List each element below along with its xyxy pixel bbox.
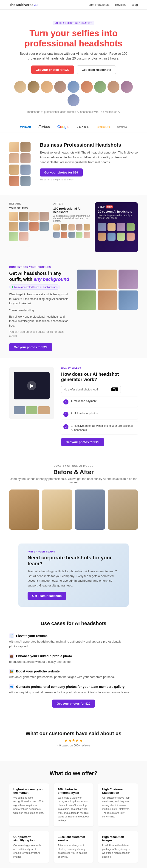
how-row: ▶ HOW IT WORKS How does our AI headshot … [9,367,138,446]
offer-card-6: High resolution images In addition to th… [98,831,138,863]
how-pill-text: No professional photoshoot! [64,388,98,391]
video-placeholder: ▶ [14,372,50,399]
thumb-2 [26,406,37,414]
offer-card-6-title: High resolution images [102,835,134,842]
custom-img-4 [126,223,135,231]
example-face-4 [54,81,66,93]
before-f10 [19,232,28,241]
custom-img-6 [108,232,116,241]
customize-inner: CONTENT FOR YOUR PROFILES Get AI headsho… [9,266,138,351]
use-case-2-desc: to ensure expertise without a costly pho… [9,659,138,664]
example-face-1 [14,81,26,93]
after-photo-3 [108,490,138,530]
hero-badge: AI HEADSHOT GENERATOR [53,21,95,25]
example-face-2 [28,81,39,93]
biz-face-1 [9,142,19,152]
biz-face-6 [21,164,31,175]
how-title: How does our AI headshot generator work? [61,372,138,382]
offer-section: What do we offer? Highest accuracy on th… [0,761,147,868]
ba-before-col: BEFORE YOUR SELFIES → [9,202,49,252]
quality-title: Before & After [9,469,138,476]
after-img-5 [84,224,90,230]
step-text-1: 1. Make the payment [71,399,96,403]
your-selfies-label: YOUR SELFIES [9,207,49,210]
use-case-1: 📄 Elevate your resume with an AI generat… [9,633,138,649]
how-cta-btn[interactable]: Get your photos for $29 [61,438,104,446]
customize-badge: CONTENT FOR YOUR PROFILES [9,266,70,269]
offer-card-3-desc: Our customers love their new looks, and … [102,796,134,818]
example-face-8 [108,81,119,93]
hero-buttons: Get your photos for $29 Get Team Headsho… [9,65,138,74]
offer-card-3-title: High Customer Satisfaction [102,787,134,795]
custom-img-3 [117,223,125,231]
logos-row: Walmart Forbes Google LEXUS amazon Stati… [0,121,147,133]
custom-img-2 [108,223,116,231]
video-thumbnails [14,406,50,414]
customize-desc4: You can also purchase outfits for $5 for… [9,330,70,339]
how-section: ▶ HOW IT WORKS How does our AI headshot … [0,358,147,455]
example-face-3 [41,81,53,93]
outfit-img-5 [98,290,117,310]
headshot-examples [9,79,138,108]
nav-blog[interactable]: Blog [132,3,138,6]
thumb-3 [38,406,50,414]
biz-face-7 [9,176,19,186]
logo-forbes: Forbes [38,125,50,129]
new-badge: NEW [106,206,113,209]
offer-card-5: Excellent customer service After you rec… [54,831,93,863]
after-col1-grid [53,224,90,238]
before-f4 [39,212,49,221]
after-img-7 [61,231,67,238]
offer-title: What do we offer? [9,770,138,777]
customize-cta-btn[interactable]: Get your photos for $29 [9,343,52,351]
biz-face-5 [9,164,19,175]
play-button[interactable]: ▶ [27,381,36,390]
use-case-4-head: 👥 Generate professional company photos f… [9,684,138,689]
star-rating: ★★★★★ [9,738,138,743]
nav-team-headshots[interactable]: Team Headshots [87,3,110,6]
offer-card-6-desc: In addition to the default package of bo… [102,843,134,859]
offer-grid: Highest accuracy on the market We combin… [9,783,138,863]
before-after-section: BEFORE YOUR SELFIES → [0,195,147,259]
before-f5 [9,222,18,231]
before-f8 [39,222,49,231]
customize-section: CONTENT FOR YOUR PROFILES Get AI headsho… [0,259,147,358]
custom-img-7 [117,232,125,241]
navbar: The Multiverse AI Team Headshots Reviews… [0,0,147,10]
example-face-10 [67,94,80,106]
biz-cta-btn[interactable]: Get your photos for $29 [40,168,83,177]
outfit-img-1 [77,270,96,289]
logo-google: Google [57,125,69,129]
use-case-3-icon: 🖼️ [9,669,14,674]
after-photo-1 [42,490,72,530]
corporate-title: Need corporate headshots for your team? [28,555,119,567]
corporate-cta-btn[interactable]: Get Team Headshots [28,592,66,600]
biz-title: Business Professional Headshots [40,142,138,148]
pill-dot [12,286,13,288]
customize-content: CONTENT FOR YOUR PROFILES Get AI headsho… [9,266,70,351]
biz-face-grid [9,142,31,186]
try-btn[interactable]: Try [111,388,118,391]
step-text-3: 3. Receive an email with a link to your … [71,424,136,432]
how-content: HOW IT WORKS How does our AI headshot ge… [61,367,138,446]
biz-section: Business Professional Headshots Executiv… [0,133,147,195]
use-case-3-title: Boost your portfolio website [16,670,60,673]
use-case-4-title: Generate professional company photos for… [16,685,124,688]
use-case-4-desc: without requiring physical presence for … [9,690,138,695]
example-face-7 [94,81,106,93]
use-case-3: 🖼️ Boost your portfolio website with an … [9,669,138,680]
step-num-3: 3 [63,424,68,429]
hero-primary-btn[interactable]: Get your photos for $29 [31,65,74,74]
custom-img-5 [98,232,106,241]
offer-card-1: Highest accuracy on the market We combin… [9,783,49,827]
customize-outfit-grid [77,270,138,310]
use-cases-cta-btn[interactable]: Get your photos for $29 [52,700,95,708]
trusted-text: Thousands of professional faces created … [9,110,138,114]
offer-card-4: Our platform simplifying tool Our amazin… [9,831,49,863]
offer-card-1-desc: We combine face recognition with over 10… [13,796,45,815]
nav-reviews[interactable]: Reviews [115,3,126,6]
hero-secondary-btn[interactable]: Get Team Headshots [77,65,116,74]
use-case-1-desc: with an AI generated headshot that maint… [9,639,138,649]
how-steps: 1 1. Make the payment 2 2. Upload your p… [61,397,138,434]
corporate-section: FOR LARGER TEAMS Need corporate headshot… [18,544,129,607]
